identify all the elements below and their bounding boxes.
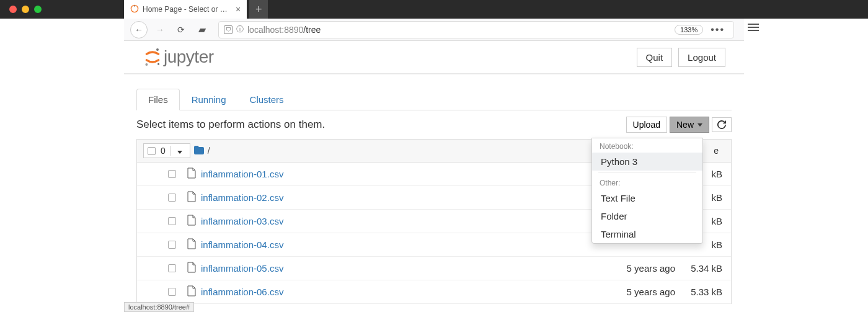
row-checkbox[interactable]: [168, 264, 176, 272]
jupyter-logo-icon: [143, 47, 162, 67]
info-icon[interactable]: ⓘ: [236, 24, 244, 35]
file-name-link[interactable]: inflammation-05.csv: [201, 263, 601, 274]
browser-toolbar: ← → ⟳ ▰ ⛉ ⓘ localhost:8890/tree 133% •••: [124, 19, 744, 41]
maximize-window-icon[interactable]: [34, 6, 42, 13]
file-size: 5.34 kB: [675, 263, 725, 274]
browser-tab[interactable]: Home Page - Select or create a ×: [124, 0, 247, 19]
select-dropdown-caret[interactable]: [170, 146, 187, 156]
new-dropdown-menu: Notebook: Python 3 Other: Text File Fold…: [591, 138, 703, 244]
address-bar[interactable]: ⛉ ⓘ localhost:8890/tree 133% •••: [218, 21, 734, 38]
new-button[interactable]: New: [670, 117, 709, 133]
dropdown-header-other: Other:: [592, 175, 702, 189]
reload-button[interactable]: ⟳: [172, 21, 190, 38]
back-button[interactable]: ←: [130, 21, 148, 38]
url-text: localhost:8890/tree: [247, 25, 321, 35]
tab-clusters[interactable]: Clusters: [238, 89, 296, 110]
tab-close-icon[interactable]: ×: [236, 4, 241, 14]
dashboard-tabs: Files Running Clusters: [136, 88, 732, 110]
new-python3-item[interactable]: Python 3: [592, 153, 702, 171]
new-tab-button[interactable]: +: [249, 0, 268, 19]
close-window-icon[interactable]: [9, 6, 17, 13]
browser-tabbar: Home Page - Select or create a × +: [0, 0, 868, 19]
file-modified: 5 years ago: [601, 287, 675, 297]
refresh-icon: [717, 120, 726, 129]
file-name-link[interactable]: inflammation-02.csv: [201, 192, 601, 203]
row-checkbox[interactable]: [168, 288, 176, 296]
file-modified: 5 years ago: [601, 263, 675, 274]
minimize-window-icon[interactable]: [22, 6, 29, 13]
breadcrumb-root[interactable]: /: [208, 146, 210, 156]
refresh-button[interactable]: [712, 117, 732, 132]
select-all-checkbox[interactable]: [148, 147, 156, 155]
tab-running[interactable]: Running: [180, 89, 238, 110]
row-checkbox[interactable]: [168, 217, 176, 225]
svg-point-3: [145, 63, 148, 66]
new-textfile-item[interactable]: Text File: [592, 189, 702, 207]
row-checkbox[interactable]: [168, 170, 176, 178]
dropdown-header-notebook: Notebook:: [592, 138, 702, 153]
file-icon: [187, 191, 196, 204]
tab-files[interactable]: Files: [136, 89, 180, 110]
shield-icon: ⛉: [224, 25, 232, 34]
jupyter-header: jupyter Quit Logout: [124, 41, 744, 74]
file-name-link[interactable]: inflammation-06.csv: [201, 287, 601, 297]
file-name-link[interactable]: inflammation-03.csv: [201, 216, 601, 226]
selected-count: 0: [161, 146, 166, 156]
file-row[interactable]: inflammation-05.csv 5 years ago 5.34 kB: [137, 257, 731, 280]
file-icon: [187, 285, 196, 298]
caret-down-icon: [698, 123, 702, 127]
file-icon: [187, 238, 196, 251]
jupyter-logo[interactable]: jupyter: [143, 47, 214, 67]
action-row: Select items to perform actions on them.…: [136, 110, 732, 139]
menu-button[interactable]: [748, 24, 759, 31]
file-icon: [187, 215, 196, 228]
status-bar: localhost:8890/tree#: [124, 302, 194, 312]
quit-button[interactable]: Quit: [637, 48, 673, 67]
reader-mode-icon[interactable]: ▰: [193, 21, 211, 38]
svg-point-1: [134, 5, 135, 6]
prompt-text: Select items to perform actions on them.: [136, 118, 325, 131]
page-actions-icon[interactable]: •••: [707, 24, 728, 35]
logout-button[interactable]: Logout: [678, 48, 725, 67]
folder-icon[interactable]: [194, 146, 204, 156]
file-size: 5.33 kB: [675, 287, 725, 297]
svg-point-4: [157, 63, 159, 65]
file-icon: [187, 262, 196, 275]
jupyter-logo-text: jupyter: [164, 47, 214, 67]
new-terminal-item[interactable]: Terminal: [592, 225, 702, 243]
upload-button[interactable]: Upload: [626, 117, 667, 133]
file-icon: [187, 167, 196, 181]
zoom-badge[interactable]: 133%: [675, 25, 703, 35]
forward-button[interactable]: →: [151, 21, 169, 38]
file-name-link[interactable]: inflammation-04.csv: [201, 239, 601, 250]
row-checkbox[interactable]: [168, 194, 176, 202]
row-checkbox[interactable]: [168, 241, 176, 249]
new-folder-item[interactable]: Folder: [592, 207, 702, 225]
file-name-link[interactable]: inflammation-01.csv: [201, 169, 601, 179]
tab-title: Home Page - Select or create a: [143, 5, 229, 14]
jupyter-favicon-icon: [130, 4, 139, 15]
new-button-label: New: [676, 120, 694, 130]
file-row[interactable]: inflammation-06.csv 5 years ago 5.33 kB: [137, 280, 731, 304]
svg-point-2: [156, 48, 159, 51]
select-all-control[interactable]: 0: [143, 143, 190, 158]
dropdown-divider: [598, 172, 696, 173]
window-controls: [0, 6, 124, 13]
